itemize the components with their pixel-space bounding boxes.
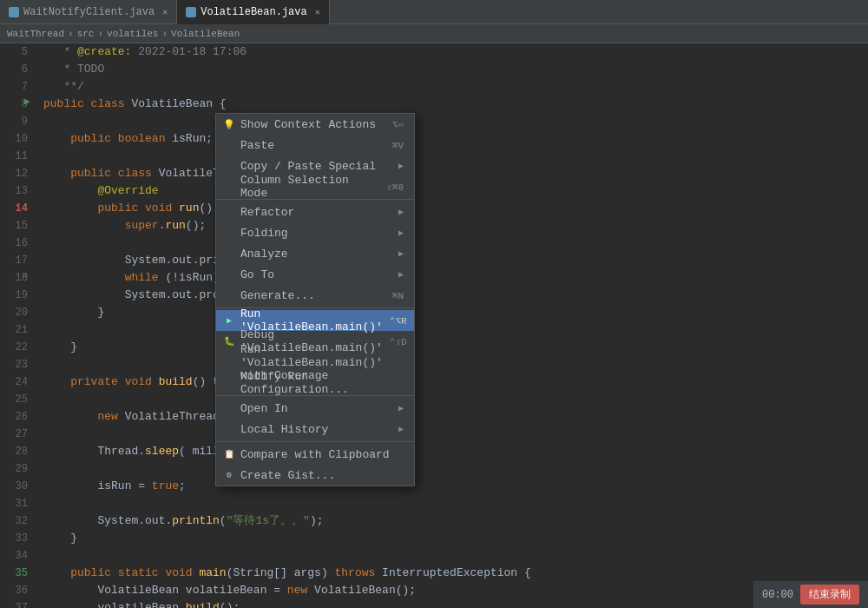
context-menu: 💡 Show Context Actions ⌥⏎ Paste ⌘V Copy … <box>215 113 415 486</box>
submenu-arrow: ▶ <box>398 269 404 280</box>
menu-item-label: Show Context Actions <box>240 118 376 131</box>
paste-icon <box>223 139 235 151</box>
show-context-icon: 💡 <box>223 118 235 130</box>
code-line-5: * @create: 2022-01-18 17:06 <box>43 43 868 61</box>
menu-item-label: Modify Run Configuration... <box>240 370 404 396</box>
tab-close-volatile[interactable]: ✕ <box>315 7 320 17</box>
menu-item-show-context[interactable]: 💡 Show Context Actions ⌥⏎ <box>216 114 414 135</box>
menu-item-analyze[interactable]: Analyze ▶ <box>216 243 414 264</box>
code-line-14: public void run() <box>43 200 868 217</box>
menu-item-label: Analyze <box>240 248 288 261</box>
menu-item-column-selection[interactable]: Column Selection Mode ⇧⌘8 <box>216 176 414 197</box>
code-line-26: new VolatileThread().start(); <box>43 408 868 426</box>
tab-label-active: VolatileBean.java <box>201 6 306 18</box>
column-icon <box>223 181 235 193</box>
breadcrumb-part-0[interactable]: WaitThread <box>7 29 64 39</box>
code-line-28: Thread.sleep( millis: 1000); <box>43 443 868 460</box>
code-line-7: **/ <box>43 78 868 96</box>
submenu-arrow: ▶ <box>398 161 404 171</box>
submenu-arrow: ▶ <box>398 248 404 259</box>
menu-item-label: Generate... <box>240 289 315 302</box>
breadcrumb-sep-2: › <box>161 29 168 39</box>
code-line-33: } <box>43 530 868 547</box>
breadcrumb-sep-1: › <box>97 29 103 39</box>
refactor-icon <box>223 206 235 218</box>
menu-item-refactor[interactable]: Refactor ▶ <box>216 202 414 222</box>
menu-shortcut: ⌘N <box>392 290 404 301</box>
breadcrumb-sep-0: › <box>68 29 74 39</box>
menu-item-modify-run[interactable]: Modify Run Configuration... <box>216 373 414 393</box>
open-in-icon <box>223 402 235 414</box>
menu-item-label: Folding <box>240 227 288 240</box>
tab-bar: WaitNotifyClient.java ✕ VolatileBean.jav… <box>0 0 868 24</box>
menu-divider-4 <box>216 441 414 442</box>
compare-icon: 📋 <box>223 448 235 460</box>
menu-item-label: Local History <box>240 423 328 436</box>
code-line-20: } <box>43 304 868 321</box>
menu-item-go-to[interactable]: Go To ▶ <box>216 264 414 285</box>
copy-paste-icon <box>223 160 235 172</box>
code-line-9 <box>43 113 868 130</box>
editor: 5 6 7 8 9 10 11 12 13 14 15 16 17 18 19 … <box>0 43 868 608</box>
menu-item-generate[interactable]: Generate... ⌘N <box>216 285 414 306</box>
menu-item-label: Open In <box>240 402 288 415</box>
code-line-22: } <box>43 339 868 356</box>
menu-item-label: Paste <box>240 139 274 152</box>
menu-item-create-gist[interactable]: ⚙ Create Gist... <box>216 465 414 486</box>
analyze-icon <box>223 248 235 260</box>
menu-item-label: Compare with Clipboard <box>240 448 390 461</box>
code-area[interactable]: * @create: 2022-01-18 17:06 * TODO **/ p… <box>35 43 868 608</box>
code-line-16 <box>43 235 868 252</box>
menu-item-paste[interactable]: Paste ⌘V <box>216 135 414 155</box>
error-gutter-icon-14: ⚠ <box>23 269 28 280</box>
menu-item-folding[interactable]: Folding ▶ <box>216 222 414 243</box>
record-time: 00:00 <box>762 589 793 601</box>
submenu-arrow: ▶ <box>398 228 404 238</box>
submenu-arrow: ▶ <box>398 424 404 434</box>
code-line-6: * TODO <box>43 61 868 78</box>
code-line-19: System.out.pro <box>43 287 868 304</box>
record-bar: 00:00 结束录制 <box>753 581 868 608</box>
code-line-13: @Override <box>43 182 868 200</box>
tab-waitnotify[interactable]: WaitNotifyClient.java ✕ <box>0 0 177 24</box>
menu-item-local-history[interactable]: Local History ▶ <box>216 419 414 439</box>
submenu-arrow: ▶ <box>398 207 404 217</box>
file-icon <box>9 7 19 17</box>
run-icon: ▶ <box>223 314 235 327</box>
menu-shortcut: ⌥⏎ <box>392 119 404 130</box>
code-line-30: isRun = true; <box>43 478 868 495</box>
breadcrumb-part-2[interactable]: volatiles <box>107 29 158 39</box>
generate-icon <box>223 289 235 301</box>
code-line-15: super.run(); <box>43 217 868 235</box>
code-line-24: private void build() t <box>43 373 868 391</box>
menu-shortcut: ⌘V <box>392 140 404 151</box>
line-numbers: 5 6 7 8 9 10 11 12 13 14 15 16 17 18 19 … <box>0 43 35 608</box>
code-line-25 <box>43 391 868 408</box>
tab-volatile[interactable]: VolatileBean.java ✕ <box>177 0 329 24</box>
code-line-29 <box>43 460 868 478</box>
file-icon-active <box>186 7 196 17</box>
run-coverage-icon <box>223 356 235 368</box>
tab-close-waitnotify[interactable]: ✕ <box>162 7 168 17</box>
code-line-11 <box>43 148 868 165</box>
gist-icon: ⚙ <box>223 469 235 481</box>
code-line-18: while (!isRun) <box>43 269 868 287</box>
run-gutter-icon-8[interactable]: ▶ <box>24 96 30 107</box>
menu-item-compare-clipboard[interactable]: 📋 Compare with Clipboard <box>216 444 414 465</box>
tab-label: WaitNotifyClient.java <box>23 6 155 18</box>
local-history-icon <box>223 423 235 435</box>
menu-item-open-in[interactable]: Open In ▶ <box>216 398 414 419</box>
submenu-arrow: ▶ <box>398 403 404 413</box>
code-line-35: public static void main(String[] args) t… <box>43 565 868 582</box>
menu-item-label: Column Selection Mode <box>240 174 379 200</box>
breadcrumb: WaitThread › src › volatiles › VolatileB… <box>0 24 868 43</box>
code-line-37: volatileBean.build(); <box>43 599 868 608</box>
breadcrumb-part-3[interactable]: VolatileBean <box>171 29 240 39</box>
menu-shortcut: ⇧⌘8 <box>386 182 404 193</box>
code-line-31 <box>43 495 868 512</box>
code-line-12: public class VolatileT <box>43 165 868 182</box>
modify-run-icon <box>223 377 235 389</box>
breadcrumb-part-1[interactable]: src <box>77 29 95 39</box>
code-line-32: System.out.println("等待1s了。。"); <box>43 512 868 530</box>
record-stop-button[interactable]: 结束录制 <box>800 585 859 605</box>
